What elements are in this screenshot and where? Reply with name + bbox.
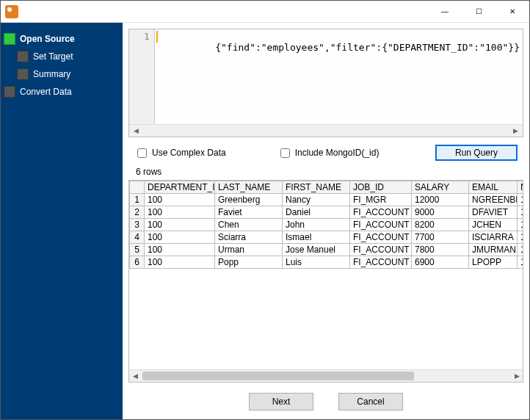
cell-department-id[interactable]: 100 (145, 219, 215, 231)
close-button[interactable]: ✕ (495, 1, 529, 23)
code-text: {"find":"employees","filter":{"DEPARTMEN… (215, 42, 520, 53)
grid-horizontal-scrollbar[interactable]: ◀ ▶ (129, 369, 523, 382)
cell-last-name[interactable]: Greenberg (215, 194, 283, 206)
code-area[interactable]: {"find":"employees","filter":{"DEPARTMEN… (155, 29, 523, 124)
cell-job-id[interactable]: FI_MGR (350, 194, 412, 206)
cell-last-name[interactable]: Sciarra (215, 231, 283, 244)
cell-email[interactable]: DFAVIET (469, 206, 518, 219)
cell-department-id[interactable]: 100 (145, 256, 215, 269)
cell-truncated[interactable]: 1 (518, 194, 523, 206)
sidebar-item-convert-data[interactable]: Convert Data (1, 83, 123, 101)
table-row[interactable]: 4100SciarraIsmaelFI_ACCOUNT7700ISCIARRA1 (130, 231, 523, 244)
options-row: Use Complex Data Include MongoID(_id) Ru… (123, 137, 529, 164)
sidebar-item-open-source[interactable]: Open Source (1, 30, 123, 48)
cell-job-id[interactable]: FI_ACCOUNT (350, 244, 412, 256)
cell-first-name[interactable]: Daniel (283, 206, 350, 219)
editor-horizontal-scrollbar[interactable]: ◀ ▶ (129, 124, 523, 137)
step-indicator-icon (17, 51, 29, 62)
row-number: 1 (130, 194, 145, 206)
window-controls: — ☐ ✕ (428, 1, 529, 23)
titlebar: — ☐ ✕ (1, 1, 529, 23)
table-row[interactable]: 6100PoppLuisFI_ACCOUNT6900LPOPP1 (130, 256, 523, 269)
scroll-left-icon[interactable]: ◀ (131, 126, 142, 136)
query-editor: 1 {"find":"employees","filter":{"DEPARTM… (128, 29, 523, 137)
column-header[interactable]: N (518, 181, 523, 194)
cell-email[interactable]: JCHEN (469, 219, 518, 231)
step-indicator-icon (17, 68, 29, 80)
minimize-button[interactable]: — (428, 1, 462, 23)
cell-department-id[interactable]: 100 (145, 194, 215, 206)
sidebar-item-label: Set Target (33, 51, 73, 62)
cell-first-name[interactable]: Jose Manuel (283, 244, 350, 256)
cell-first-name[interactable]: Luis (283, 256, 350, 269)
sidebar-item-summary[interactable]: Summary (1, 65, 123, 83)
cell-job-id[interactable]: FI_ACCOUNT (350, 206, 412, 219)
scrollbar-thumb[interactable] (142, 372, 414, 380)
cell-truncated[interactable]: 1 (518, 244, 523, 256)
cell-last-name[interactable]: Popp (215, 256, 283, 269)
cell-job-id[interactable]: FI_ACCOUNT (350, 256, 412, 269)
cell-salary[interactable]: 8200 (412, 219, 469, 231)
cell-truncated[interactable]: 1 (518, 256, 523, 269)
results-table: DEPARTMENT_ID LAST_NAME FIRST_NAME JOB_I… (129, 181, 523, 269)
cell-salary[interactable]: 9000 (412, 206, 469, 219)
cell-job-id[interactable]: FI_ACCOUNT (350, 231, 412, 244)
column-header[interactable]: EMAIL (469, 181, 518, 194)
scroll-right-icon[interactable]: ▶ (511, 371, 523, 382)
checkbox-label: Include MongoID(_id) (295, 148, 380, 158)
step-indicator-icon (4, 33, 15, 45)
results-grid: DEPARTMENT_ID LAST_NAME FIRST_NAME JOB_I… (128, 180, 523, 383)
run-query-button[interactable]: Run Query (435, 145, 518, 161)
row-number: 6 (130, 256, 145, 269)
checkbox-input[interactable] (137, 148, 147, 158)
include-mongoid-checkbox[interactable]: Include MongoID(_id) (277, 146, 380, 160)
column-header[interactable]: JOB_ID (350, 181, 412, 194)
column-header[interactable]: FIRST_NAME (283, 181, 350, 194)
checkbox-input[interactable] (280, 148, 290, 158)
sidebar-item-label: Open Source (20, 34, 75, 44)
table-row[interactable]: 1100GreenbergNancyFI_MGR12000NGREENBE1 (130, 194, 523, 206)
cell-first-name[interactable]: John (283, 219, 350, 231)
cell-department-id[interactable]: 100 (145, 206, 215, 219)
column-header[interactable]: DEPARTMENT_ID (145, 181, 215, 194)
row-number: 2 (130, 206, 145, 219)
row-number: 4 (130, 231, 145, 244)
sidebar-item-set-target[interactable]: Set Target (1, 48, 123, 65)
cancel-button[interactable]: Cancel (338, 393, 403, 410)
column-header[interactable]: LAST_NAME (215, 181, 283, 194)
cell-salary[interactable]: 12000 (412, 194, 469, 206)
cell-email[interactable]: NGREENBE (469, 194, 518, 206)
cell-email[interactable]: JMURMAN (469, 244, 518, 256)
table-row[interactable]: 5100UrmanJose ManuelFI_ACCOUNT7800JMURMA… (130, 244, 523, 256)
scroll-left-icon[interactable]: ◀ (129, 371, 141, 382)
cell-email[interactable]: LPOPP (469, 256, 518, 269)
cell-email[interactable]: ISCIARRA (469, 231, 518, 244)
maximize-button[interactable]: ☐ (462, 1, 495, 23)
cell-department-id[interactable]: 100 (145, 244, 215, 256)
cell-first-name[interactable]: Ismael (283, 231, 350, 244)
use-complex-data-checkbox[interactable]: Use Complex Data (134, 146, 226, 160)
step-indicator-icon (4, 86, 15, 98)
cell-last-name[interactable]: Chen (215, 219, 283, 231)
table-row[interactable]: 3100ChenJohnFI_ACCOUNT8200JCHEN1 (130, 219, 523, 231)
cell-last-name[interactable]: Faviet (215, 206, 283, 219)
footer-buttons: Next Cancel (123, 385, 529, 419)
next-button[interactable]: Next (249, 393, 313, 410)
column-header[interactable]: SALARY (412, 181, 469, 194)
scroll-right-icon[interactable]: ▶ (510, 126, 521, 136)
cell-truncated[interactable]: 1 (518, 219, 523, 231)
table-row[interactable]: 2100FavietDanielFI_ACCOUNT9000DFAVIET1 (130, 206, 523, 219)
cell-first-name[interactable]: Nancy (283, 194, 350, 206)
cell-truncated[interactable]: 1 (518, 231, 523, 244)
row-number: 3 (130, 219, 145, 231)
editor-gutter: 1 (129, 29, 155, 124)
cell-department-id[interactable]: 100 (145, 231, 215, 244)
checkbox-label: Use Complex Data (152, 148, 226, 158)
cell-truncated[interactable]: 1 (518, 206, 523, 219)
cell-salary[interactable]: 7700 (412, 231, 469, 244)
cell-job-id[interactable]: FI_ACCOUNT (350, 219, 412, 231)
main-panel: 1 {"find":"employees","filter":{"DEPARTM… (123, 23, 529, 419)
cell-salary[interactable]: 7800 (412, 244, 469, 256)
cell-salary[interactable]: 6900 (412, 256, 469, 269)
cell-last-name[interactable]: Urman (215, 244, 283, 256)
